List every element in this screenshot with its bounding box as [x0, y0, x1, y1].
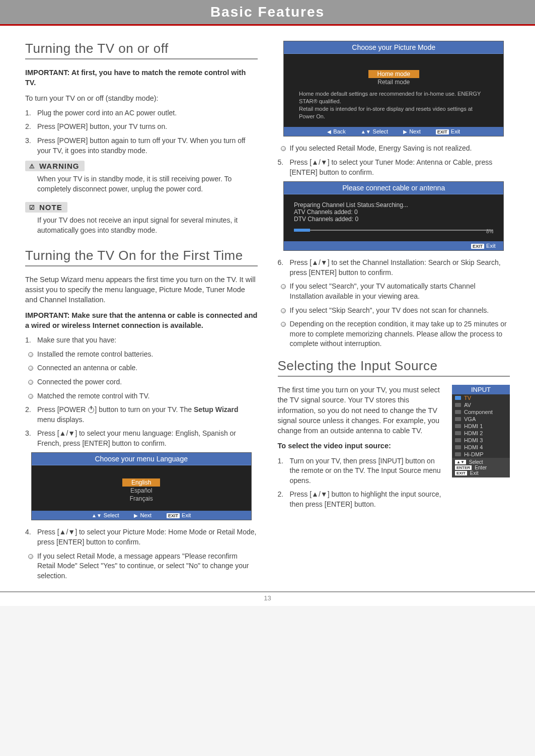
- osd-option[interactable]: Retail mode: [294, 78, 493, 86]
- foot-select: ▲▼Select: [92, 512, 119, 518]
- intro-text: To turn your TV on or off (standby mode)…: [25, 93, 258, 103]
- updown-icon: ▲▼: [455, 460, 466, 464]
- osd-title: Please connect cable or antenna: [284, 182, 503, 194]
- section-first-time-cont: Choose your Picture Mode Home mode Retai…: [278, 41, 510, 349]
- warning-label: WARNING: [39, 162, 80, 170]
- left-icon: ◀: [327, 129, 331, 134]
- list-item: If you selected Retail Mode, Energy Savi…: [278, 144, 510, 154]
- input-option[interactable]: AV: [452, 401, 510, 408]
- label: HDMI 3: [464, 437, 483, 443]
- foot-enter: ENTEREnter: [455, 465, 507, 470]
- foot-select: ▲▼Select: [455, 459, 507, 465]
- source-icon: [455, 445, 461, 449]
- warning-icon: ⚠: [28, 162, 36, 170]
- foot-exit: EXITExit: [167, 512, 191, 518]
- list-item: Turn on your TV, then press [INPUT] butt…: [278, 456, 444, 486]
- exit-key-icon: EXIT: [167, 513, 180, 518]
- text: Setup Wizard: [194, 405, 239, 414]
- input-panel-header: INPUT: [452, 385, 510, 394]
- input-steps: Turn on your TV, then press [INPUT] butt…: [278, 456, 444, 510]
- source-icon: [455, 431, 461, 435]
- label: Exit: [470, 470, 479, 476]
- scan-status: Preparing Channel List Status:Searching.…: [294, 201, 493, 209]
- osd-option-selected[interactable]: English: [122, 478, 160, 487]
- power-icon: [88, 407, 94, 413]
- section-title: Turning the TV On for the First Time: [25, 248, 258, 266]
- text: menu displays.: [37, 416, 84, 424]
- subhead: To select the video input source:: [278, 441, 444, 451]
- list-item: Press [▲/▼] to select your Picture Mode:…: [25, 527, 258, 547]
- list-item: If you select "Skip Search", your TV doe…: [278, 306, 510, 316]
- source-icon: [455, 396, 461, 400]
- osd-language-panel: Choose your menu Language English Españo…: [31, 452, 252, 520]
- label: Select: [373, 128, 389, 134]
- label: HDMI 2: [464, 430, 483, 436]
- label: Next: [409, 128, 421, 134]
- list-item: Connected an antenna or cable.: [25, 363, 258, 373]
- input-option[interactable]: HDMI 4: [452, 444, 510, 451]
- input-option[interactable]: HDMI 3: [452, 437, 510, 444]
- list-item: Installed the remote control batteries.: [25, 350, 258, 360]
- important-note: IMPORTANT: Make sure that the antenna or…: [25, 310, 258, 331]
- label: Hi-DMP: [464, 451, 484, 457]
- section-first-time: Turning the TV On for the First Time The…: [25, 248, 258, 581]
- source-icon: [455, 410, 461, 414]
- label: VGA: [464, 416, 476, 422]
- osd-option-selected[interactable]: Home mode: [368, 70, 419, 78]
- setup-steps-cont2: Press [▲/▼] to select your Picture Mode:…: [25, 527, 258, 547]
- osd-input-panel: INPUT TV AV Component VGA HDMI 1 HDMI 2 …: [452, 385, 510, 477]
- foot-next: ▶Next: [134, 512, 151, 518]
- list-item: Make sure that you have:: [25, 335, 258, 346]
- source-icon: [455, 424, 461, 428]
- input-option[interactable]: VGA: [452, 416, 510, 423]
- note-label: NOTE: [39, 203, 62, 212]
- osd-option[interactable]: Français: [42, 495, 241, 503]
- search-notes: If you select "Search", your TV automati…: [278, 282, 510, 349]
- page-banner: Basic Features: [0, 0, 535, 26]
- osd-body: Preparing Channel List Status:Searching.…: [284, 194, 503, 241]
- osd-option[interactable]: Español: [42, 487, 241, 495]
- osd-description: Home mode default settings are recommend…: [294, 90, 493, 120]
- section-turn-on-off: Turning the TV on or off IMPORTANT: At f…: [25, 41, 258, 239]
- list-item: Connected the power cord.: [25, 377, 258, 387]
- osd-footer: ◀Back ▲▼Select ▶Next EXITExit: [284, 127, 503, 136]
- right-icon: ▶: [403, 129, 407, 134]
- source-icon: [455, 452, 461, 456]
- section-title: Turning the TV on or off: [25, 41, 258, 59]
- label: Exit: [451, 128, 460, 134]
- input-option[interactable]: Hi-DMP: [452, 451, 510, 458]
- enter-key-icon: ENTER: [455, 465, 472, 470]
- prereq-list: Installed the remote control batteries. …: [25, 350, 258, 401]
- list-item: Press [POWER] button, your TV turns on.: [25, 122, 258, 132]
- text: Retail mode is intended for in-store dis…: [299, 105, 488, 120]
- foot-exit: EXITExit: [455, 470, 507, 476]
- input-option[interactable]: HDMI 2: [452, 430, 510, 437]
- foot-exit: EXITExit: [436, 128, 460, 134]
- foot-back: ◀Back: [327, 128, 345, 134]
- retail-note-list: If you select Retail Mode, a message app…: [25, 552, 258, 581]
- important-note: IMPORTANT: At first, you have to match t…: [25, 67, 258, 88]
- osd-footer: ▲▼Select ▶Next EXITExit: [32, 511, 251, 520]
- foot-exit: EXITExit: [471, 243, 495, 249]
- label: TV: [464, 395, 471, 401]
- right-icon: ▶: [134, 513, 138, 518]
- label: Back: [333, 128, 345, 134]
- check-icon: ☑: [28, 203, 36, 212]
- input-option-selected[interactable]: TV: [452, 394, 510, 401]
- power-steps: Plug the power cord into an AC power out…: [25, 108, 258, 156]
- setup-steps-cont4: Press [▲/▼] to set the Channel Installat…: [278, 258, 510, 278]
- progress-track: [294, 230, 493, 231]
- source-icon: [455, 417, 461, 421]
- label: Next: [140, 512, 151, 518]
- page-number: 13: [0, 591, 535, 602]
- input-option[interactable]: Component: [452, 408, 510, 416]
- atv-count: ATV Channels added: 0: [294, 209, 493, 216]
- input-option[interactable]: HDMI 1: [452, 423, 510, 430]
- note-callout: ☑ NOTE If your TV does not receive an in…: [25, 202, 258, 238]
- body-text: The first time you turn on your TV, you …: [278, 385, 444, 436]
- osd-title: Choose your menu Language: [32, 453, 251, 465]
- list-item: Press [▲/▼] to select your menu language…: [25, 429, 258, 448]
- osd-channel-scan-panel: Please connect cable or antenna Preparin…: [283, 181, 504, 251]
- source-icon: [455, 403, 461, 407]
- list-item: Press [▲/▼] to select your Tuner Mode: A…: [278, 158, 510, 177]
